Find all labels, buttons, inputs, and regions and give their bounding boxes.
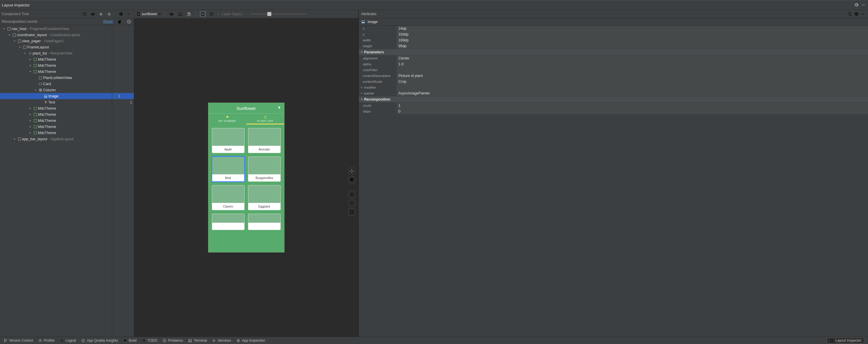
copy-icon[interactable] <box>116 19 123 25</box>
chevron-icon[interactable] <box>29 70 32 73</box>
attr-colorfilter[interactable] <box>397 67 868 73</box>
status-app-quality[interactable]: App Quality Insights <box>81 339 118 343</box>
attr-alpha[interactable]: 1.0 <box>397 61 868 67</box>
stop-icon[interactable] <box>126 19 132 25</box>
chevron-icon[interactable] <box>29 58 32 61</box>
attr-modifier[interactable] <box>397 85 868 91</box>
eye-icon[interactable] <box>168 11 175 17</box>
plant-card[interactable] <box>248 214 281 230</box>
chevron-icon[interactable] <box>29 114 32 116</box>
device-selector[interactable]: sunflower <box>136 12 161 16</box>
plant-card[interactable] <box>212 214 245 230</box>
plant-card[interactable]: Bougainvillea <box>248 157 281 182</box>
status-layout-inspector[interactable]: Layout Inspector <box>827 338 865 343</box>
layout-canvas[interactable]: Sunflower MY GARDEN PLANT LIST App <box>134 19 358 337</box>
gear-icon[interactable] <box>854 2 859 8</box>
layer-spacing-slider[interactable] <box>251 11 306 17</box>
chevron-icon[interactable] <box>29 64 32 67</box>
refresh-icon[interactable] <box>208 11 215 17</box>
attr-painter[interactable]: AsyncImagePainter <box>397 90 868 96</box>
chevron-icon[interactable] <box>29 107 32 110</box>
section-recomposition[interactable]: Recomposition <box>359 96 868 103</box>
zoom-out-icon[interactable] <box>348 200 355 207</box>
chevron-icon[interactable] <box>34 89 37 91</box>
chevron-icon[interactable] <box>29 120 32 122</box>
reset-link[interactable]: Reset <box>103 20 113 24</box>
plant-image <box>248 185 280 203</box>
chevron-icon[interactable] <box>29 126 32 128</box>
plant-card[interactable]: Avocado <box>248 128 281 153</box>
attr-x[interactable]: 24dp <box>397 26 868 32</box>
gear-icon[interactable] <box>118 11 124 17</box>
plant-label <box>248 223 280 230</box>
node-icon <box>17 137 22 141</box>
attributes-title: Attributes <box>361 12 846 16</box>
attr-y[interactable]: 334dp <box>397 31 868 38</box>
minimize-icon[interactable] <box>126 11 132 17</box>
minimize-icon[interactable] <box>861 2 866 8</box>
node-icon <box>17 39 22 43</box>
mode-toggle-icon[interactable] <box>200 11 206 17</box>
plant-image <box>248 157 280 174</box>
recomposition-counts-label: Recomposition counts <box>2 20 103 24</box>
collapse-icon[interactable] <box>98 11 104 17</box>
plant-card[interactable]: Cilantro <box>212 185 245 210</box>
tab-my-garden[interactable]: MY GARDEN <box>208 114 246 124</box>
section-parameters[interactable]: Parameters <box>359 49 868 55</box>
zoom-in-icon[interactable] <box>348 191 355 198</box>
attr-contentscale[interactable]: Crop <box>397 79 868 85</box>
filter-icon[interactable] <box>277 106 281 111</box>
plant-card[interactable]: Eggplant <box>248 185 281 210</box>
chevron-icon[interactable] <box>7 34 11 36</box>
eye-icon[interactable] <box>90 11 96 17</box>
chevron-icon[interactable] <box>13 40 16 42</box>
attr-count[interactable]: 1 <box>397 103 868 109</box>
attributes-panel: Attributes Image x24dp y334dp width169dp… <box>359 10 868 337</box>
status-services[interactable]: Services <box>212 339 231 343</box>
plant-label: Apple <box>212 146 244 153</box>
status-bar: Version Control Profiler Logcat App Qual… <box>0 337 868 344</box>
chevron-icon[interactable] <box>23 52 27 55</box>
minimize-icon[interactable] <box>859 11 866 17</box>
attr-width[interactable]: 169dp <box>397 37 868 43</box>
layers-icon[interactable] <box>348 176 355 183</box>
gear-icon[interactable] <box>853 11 859 17</box>
attr-contentdescription[interactable]: Picture of plant <box>397 73 868 79</box>
node-icon <box>22 45 27 49</box>
chevron-icon[interactable] <box>2 28 6 30</box>
attr-skips[interactable]: 0 <box>397 108 868 115</box>
status-version-control[interactable]: Version Control <box>3 339 33 343</box>
export-icon[interactable] <box>186 11 192 17</box>
status-terminal[interactable]: Terminal <box>188 339 207 343</box>
plant-label: Beet <box>212 174 244 181</box>
status-logcat[interactable]: Logcat <box>60 339 76 343</box>
selected-node-type: Image <box>368 20 378 24</box>
node-icon <box>27 51 33 55</box>
node-icon <box>33 57 38 62</box>
snapshot-icon[interactable] <box>177 11 184 17</box>
attr-height[interactable]: 95dp <box>397 43 868 49</box>
status-problems[interactable]: Problems <box>163 339 183 343</box>
status-app-inspection[interactable]: App Inspection <box>237 339 265 343</box>
node-icon <box>33 64 38 68</box>
search-icon[interactable] <box>81 11 88 17</box>
plant-card[interactable]: Image1Beet <box>212 157 245 182</box>
expand-icon[interactable] <box>106 11 112 17</box>
chevron-icon[interactable] <box>29 132 32 134</box>
chevron-icon[interactable] <box>18 46 22 49</box>
plant-card[interactable]: Apple <box>212 128 245 153</box>
status-profiler[interactable]: Profiler <box>38 339 55 343</box>
plant-image <box>212 185 244 203</box>
status-build[interactable]: Build <box>123 339 137 343</box>
search-icon[interactable] <box>846 11 853 17</box>
node-icon <box>33 125 38 129</box>
status-todo[interactable]: TODO <box>142 339 157 343</box>
pan-tool-icon[interactable] <box>348 168 355 175</box>
chevron-icon[interactable] <box>13 138 16 140</box>
attr-alignment[interactable]: Center <box>397 55 868 62</box>
node-icon <box>33 106 38 111</box>
plant-image <box>212 214 244 223</box>
zoom-fit-icon[interactable] <box>348 209 355 215</box>
plant-label: Cilantro <box>212 203 244 210</box>
tab-plant-list[interactable]: PLANT LIST <box>246 114 284 124</box>
